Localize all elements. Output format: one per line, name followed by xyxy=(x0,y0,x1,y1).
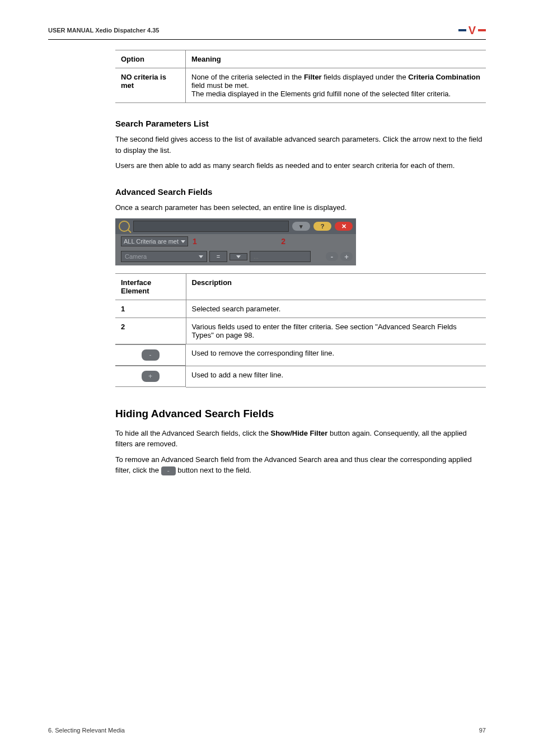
table-row: - Used to remove the corresponding filte… xyxy=(115,344,486,366)
parameter-field[interactable]: Camera xyxy=(121,251,207,262)
close-pill-icon[interactable]: ✕ xyxy=(335,222,353,231)
search-icon xyxy=(119,221,130,232)
ie-cell: + xyxy=(115,366,186,387)
paragraph: Users are then able to add as many searc… xyxy=(115,160,486,171)
screenshot-criteria-row: ALL Criteria are met 1 2 xyxy=(115,234,356,249)
col-description: Description xyxy=(186,274,486,300)
ie-1: 1 xyxy=(121,305,125,313)
callout-2: 2 xyxy=(281,237,285,246)
chevron-down-icon xyxy=(199,255,203,258)
logo-bar-right xyxy=(478,29,486,31)
remove-filter-button-icon: - xyxy=(142,349,160,361)
bold-criteria-combination: Criteria Combination xyxy=(408,73,480,81)
col-option: Option xyxy=(115,50,186,68)
ie-cell: - xyxy=(115,344,186,366)
table-header-row: Interface Element Description xyxy=(115,274,486,300)
option-no-criteria: NO criteria is met xyxy=(121,73,166,90)
heading-advanced-search-fields: Advanced Search Fields xyxy=(115,187,486,197)
criteria-label: ALL Criteria are met xyxy=(124,238,179,245)
page-footer: 6. Selecting Relevant Media 97 xyxy=(48,727,486,734)
search-input[interactable] xyxy=(133,221,289,232)
heading-search-parameters-list: Search Parameters List xyxy=(115,119,486,128)
text: button next to the field. xyxy=(176,466,251,474)
desc-cell: Used to remove the corresponding filter … xyxy=(186,344,486,366)
screenshot-filter-row: Camera = ... - + xyxy=(115,249,356,265)
table-row: 1 Selected search parameter. xyxy=(115,300,486,318)
table-row: 2 Various fields used to enter the filte… xyxy=(115,318,486,344)
evs-logo: V xyxy=(458,25,486,36)
page-header: USER MANUAL Xedio Dispatcher 4.35 V xyxy=(48,25,486,40)
table-header-row: Option Meaning xyxy=(115,50,486,68)
ie-cell: 1 xyxy=(115,300,186,318)
desc-cell: Various fields used to enter the filter … xyxy=(186,318,486,344)
operator-field[interactable]: = xyxy=(209,251,227,262)
ie-cell: 2 xyxy=(115,318,186,344)
heading-hiding-advanced-search-fields: Hiding Advanced Search Fields xyxy=(115,408,486,420)
paragraph: To hide all the Advanced Search fields, … xyxy=(115,428,486,450)
help-pill-icon[interactable]: ? xyxy=(313,222,331,231)
col-meaning: Meaning xyxy=(186,50,486,68)
chevron-down-icon xyxy=(181,240,185,243)
table-row: NO criteria is met None of the criteria … xyxy=(115,68,486,103)
bold-filter: Filter xyxy=(304,73,322,81)
col-interface-element: Interface Element xyxy=(115,274,186,300)
dropdown-pill-icon[interactable]: ▾ xyxy=(292,222,310,231)
bold-show-hide-filter: Show/Hide Filter xyxy=(271,429,328,437)
logo-v: V xyxy=(469,25,476,36)
logo-bar-left xyxy=(458,29,466,31)
paragraph: Once a search parameter has been selecte… xyxy=(115,202,486,213)
option-cell: NO criteria is met xyxy=(115,68,186,103)
parameter-name: Camera xyxy=(125,253,147,260)
add-filter-button-icon: + xyxy=(142,371,160,382)
ie-2: 2 xyxy=(121,323,125,331)
footer-page-number: 97 xyxy=(479,727,486,734)
desc-cell: Used to add a new filter line. xyxy=(186,366,486,387)
paragraph: The second field gives access to the lis… xyxy=(115,134,486,156)
text: The media displayed in the Elements grid… xyxy=(191,90,451,98)
operator-dropdown[interactable] xyxy=(229,253,247,260)
screenshot-top-bar: ▾ ? ✕ xyxy=(115,218,356,234)
table-row: + Used to add a new filter line. xyxy=(115,366,486,387)
value-field[interactable]: ... xyxy=(250,251,311,262)
desc-cell: Selected search parameter. xyxy=(186,300,486,318)
text: field must be met. xyxy=(191,81,249,90)
footer-section: 6. Selecting Relevant Media xyxy=(48,727,125,734)
add-filter-button[interactable]: + xyxy=(340,252,353,261)
text: fields displayed under the xyxy=(322,73,409,81)
callout-1: 1 xyxy=(193,237,197,246)
remove-filter-button-icon: - xyxy=(161,466,176,475)
interface-element-table: Interface Element Description 1 Selected… xyxy=(115,273,486,388)
text: To hide all the Advanced Search fields, … xyxy=(115,429,271,437)
text: None of the criteria selected in the xyxy=(191,73,304,81)
advanced-search-screenshot: ▾ ? ✕ ALL Criteria are met 1 2 Camera = xyxy=(115,218,356,265)
criteria-dropdown[interactable]: ALL Criteria are met xyxy=(121,236,188,246)
meaning-cell: None of the criteria selected in the Fil… xyxy=(186,68,486,103)
manual-title: USER MANUAL Xedio Dispatcher 4.35 xyxy=(48,27,159,34)
chevron-down-icon xyxy=(236,255,241,258)
option-meaning-table: Option Meaning NO criteria is met None o… xyxy=(115,50,486,103)
remove-filter-button[interactable]: - xyxy=(326,252,338,261)
paragraph: To remove an Advanced Search field from … xyxy=(115,454,486,476)
